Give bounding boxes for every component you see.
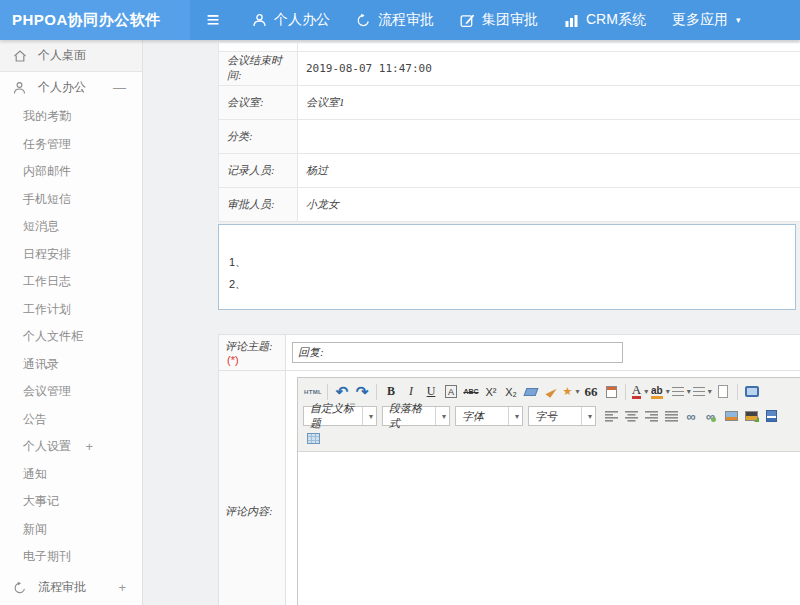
- sidebar-item-my-attendance[interactable]: 我的考勤: [0, 103, 142, 131]
- sidebar-item-label: 日程安排: [23, 247, 71, 261]
- caret-glyph: ▾: [515, 412, 519, 421]
- sidebar-item-flow-approval[interactable]: 流程审批 +: [0, 571, 142, 605]
- comment-subject-label: 评论主题:: [225, 340, 273, 352]
- format-brush-button[interactable]: [542, 383, 560, 401]
- quick-format-button[interactable]: ★▾: [562, 383, 580, 401]
- paragraph-format-dropdown[interactable]: 段落格式 ▾: [382, 406, 450, 426]
- sidebar-item-label: 新闻: [23, 522, 47, 536]
- sidebar-item-e-journal[interactable]: 电子期刊: [0, 543, 142, 571]
- expand-icon[interactable]: +: [118, 580, 126, 595]
- undo-button[interactable]: ↶: [333, 383, 351, 401]
- underline-button[interactable]: U: [422, 383, 440, 401]
- person-icon: [13, 81, 29, 95]
- paste-icon: [606, 386, 617, 398]
- sidebar-item-short-message[interactable]: 短消息: [0, 213, 142, 241]
- table-row: 审批人员: 小龙女: [219, 187, 800, 221]
- nav-label: 更多应用: [672, 11, 728, 29]
- sidebar-item-news[interactable]: 新闻: [0, 516, 142, 544]
- sidebar-item-announcement[interactable]: 公告: [0, 406, 142, 434]
- comment-form-table: 评论主题: (*) 评论内容: HTML ↶: [218, 334, 800, 605]
- new-page-button[interactable]: [714, 383, 732, 401]
- sidebar-item-label: 内部邮件: [23, 164, 71, 178]
- new-page-icon: [718, 385, 728, 398]
- align-left-button[interactable]: [602, 407, 620, 425]
- font-size-dropdown[interactable]: 字号 ▾: [528, 406, 596, 426]
- sidebar-item-contacts[interactable]: 通讯录: [0, 351, 142, 379]
- sidebar-item-label: 公告: [23, 412, 47, 426]
- insert-media-button[interactable]: [762, 407, 780, 425]
- sidebar-item-label: 个人办公: [38, 79, 86, 96]
- fullscreen-button[interactable]: [743, 383, 761, 401]
- superscript-button[interactable]: X²: [482, 383, 500, 401]
- home-icon: [13, 49, 29, 63]
- align-center-button[interactable]: [622, 407, 640, 425]
- html-source-button[interactable]: HTML: [304, 383, 322, 401]
- custom-heading-dropdown[interactable]: 自定义标题 ▾: [303, 406, 377, 426]
- sidebar-item-schedule[interactable]: 日程安排: [0, 241, 142, 269]
- insert-flash-button[interactable]: [742, 407, 760, 425]
- font-family-dropdown[interactable]: 字体 ▾: [455, 406, 523, 426]
- sidebar-item-personal-desktop[interactable]: 个人桌面: [0, 40, 142, 72]
- chevron-down-icon: ▾: [666, 387, 670, 396]
- sidebar-item-label: 短消息: [23, 219, 59, 233]
- sidebar-item-work-plan[interactable]: 工作计划: [0, 296, 142, 324]
- blockquote-button[interactable]: 66: [582, 383, 600, 401]
- toolbar-row-2: 自定义标题 ▾ 段落格式 ▾ 字体 ▾: [303, 404, 800, 429]
- nav-personal-office[interactable]: 个人办公: [252, 11, 330, 29]
- nav-crm-system[interactable]: CRM系统: [564, 11, 646, 29]
- sidebar-item-mobile-sms[interactable]: 手机短信: [0, 186, 142, 214]
- italic-button[interactable]: I: [402, 383, 420, 401]
- sidebar-submenu: 我的考勤 任务管理 内部邮件 手机短信 短消息 日程安排 工作日志 工作计划 个…: [0, 103, 142, 571]
- hamburger-menu-icon[interactable]: ≡: [200, 0, 226, 40]
- collapse-icon[interactable]: —: [113, 80, 126, 95]
- sidebar-item-personal-office[interactable]: 个人办公 —: [0, 72, 142, 103]
- image-icon: [725, 411, 738, 421]
- align-justify-button[interactable]: [662, 407, 680, 425]
- wand-icon: ★: [563, 385, 573, 398]
- expand-icon[interactable]: +: [85, 433, 93, 461]
- insert-image-button[interactable]: [722, 407, 740, 425]
- chevron-down-icon[interactable]: ▾: [362, 407, 376, 425]
- chevron-down-icon[interactable]: ▾: [508, 407, 522, 425]
- sidebar-item-big-events[interactable]: 大事记: [0, 488, 142, 516]
- field-label: 记录人员:: [219, 153, 298, 187]
- nav-group-approval[interactable]: 集团审批: [460, 11, 538, 29]
- field-value: 会议室1: [298, 85, 800, 119]
- unlink-button[interactable]: ∞: [702, 407, 720, 425]
- table-row-partial: [219, 43, 800, 51]
- brush-icon: [545, 385, 556, 397]
- toolbar-separator: [625, 384, 626, 400]
- ordered-list-button[interactable]: ▾: [672, 383, 691, 401]
- editor-content[interactable]: [298, 452, 800, 605]
- bold-button[interactable]: B: [382, 383, 400, 401]
- sidebar-item-label: 我的考勤: [23, 109, 71, 123]
- nav-flow-approval[interactable]: 流程审批: [356, 11, 434, 29]
- chevron-down-icon: ▾: [575, 387, 579, 396]
- unordered-list-button[interactable]: ▾: [693, 383, 712, 401]
- dropdown-value: 自定义标题: [304, 401, 362, 431]
- unlink-dot: [711, 417, 716, 422]
- sidebar-item-internal-mail[interactable]: 内部邮件: [0, 158, 142, 186]
- insert-link-button[interactable]: ∞: [682, 407, 700, 425]
- chevron-down-icon[interactable]: ▾: [435, 407, 449, 425]
- redo-button[interactable]: ↷: [353, 383, 371, 401]
- comment-subject-input[interactable]: [292, 342, 623, 363]
- align-right-button[interactable]: [642, 407, 660, 425]
- sidebar-item-personal-settings[interactable]: 个人设置 +: [0, 433, 142, 461]
- sidebar-item-task-management[interactable]: 任务管理: [0, 131, 142, 159]
- rich-text-editor: HTML ↶ ↷ B I U A ABC X²: [297, 377, 800, 605]
- nav-more-apps[interactable]: 更多应用 ▾: [672, 11, 741, 29]
- font-style-button[interactable]: A: [445, 385, 457, 398]
- chevron-down-icon[interactable]: ▾: [581, 407, 595, 425]
- font-color-button[interactable]: A▾: [631, 383, 649, 401]
- paste-button[interactable]: [602, 383, 620, 401]
- sidebar-item-work-diary[interactable]: 工作日志: [0, 268, 142, 296]
- sidebar-item-personal-files[interactable]: 个人文件柜: [0, 323, 142, 351]
- subscript-button[interactable]: X₂: [502, 383, 520, 401]
- eraser-button[interactable]: [522, 383, 540, 401]
- insert-table-button[interactable]: [304, 430, 322, 448]
- sidebar-item-notice[interactable]: 通知: [0, 461, 142, 489]
- sidebar-item-meeting-management[interactable]: 会议管理: [0, 378, 142, 406]
- highlight-button[interactable]: ab▾: [651, 383, 670, 401]
- strikethrough-button[interactable]: ABC: [462, 383, 480, 401]
